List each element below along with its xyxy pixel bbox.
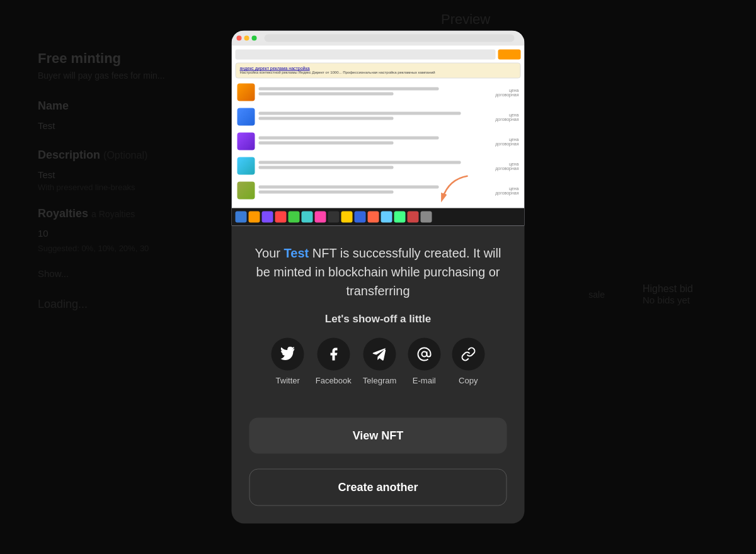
show-off-label: Let's show-off a little	[252, 313, 505, 325]
taskbar-icon-10	[355, 212, 366, 223]
result-row-1: ценадоговорная	[236, 81, 521, 103]
taskbar-icon-2	[249, 212, 260, 223]
svg-point-1	[421, 352, 427, 357]
result-row-5: ценадоговорная	[236, 179, 521, 201]
taskbar-icon-9	[341, 212, 353, 223]
facebook-icon	[326, 347, 341, 362]
view-nft-button[interactable]: View NFT	[249, 418, 507, 454]
copy-link-icon	[461, 347, 476, 362]
taskbar-icon-1	[236, 212, 247, 223]
browser-dot-red	[237, 36, 242, 41]
taskbar-icon-15	[421, 212, 432, 223]
result-row-2: ценадоговорная	[236, 106, 521, 127]
email-icon-circle	[408, 338, 440, 371]
share-buttons-row: Twitter Facebook Telegram	[252, 338, 505, 385]
taskbar-icon-7	[315, 212, 326, 223]
email-icon	[416, 347, 432, 362]
browser-bar	[232, 31, 525, 46]
telegram-share-button[interactable]: Telegram	[363, 338, 396, 385]
telegram-icon	[372, 347, 387, 362]
success-message: Your Test NFT is successfully created. I…	[252, 244, 505, 300]
email-share-button[interactable]: E-mail	[408, 338, 440, 385]
browser-dot-yellow	[244, 36, 249, 41]
browser-dot-green	[252, 36, 257, 41]
create-another-button[interactable]: Create another	[249, 469, 507, 506]
taskbar-icon-5	[289, 212, 300, 223]
facebook-icon-circle	[317, 338, 350, 371]
taskbar-icon-3	[262, 212, 273, 223]
email-label: E-mail	[413, 376, 436, 385]
modal-body: Your Test NFT is successfully created. I…	[232, 226, 525, 418]
result-row-3: ценадоговорная	[236, 130, 521, 152]
twitter-icon	[280, 347, 295, 362]
taskbar-icon-14	[408, 212, 419, 223]
taskbar-icon-6	[302, 212, 313, 223]
taskbar-icon-13	[394, 212, 406, 223]
ad-block: яндекс директ реклама настройка Настройк…	[236, 63, 521, 79]
success-modal: яндекс директ реклама настройка Настройк…	[232, 31, 525, 524]
copy-icon-circle	[452, 338, 484, 371]
taskbar	[232, 208, 525, 226]
arrow-annotation	[437, 173, 474, 207]
browser-screenshot: яндекс директ реклама настройка Настройк…	[232, 31, 525, 226]
facebook-share-button[interactable]: Facebook	[316, 338, 352, 385]
arrow-svg	[437, 173, 474, 205]
modal-buttons: View NFT Create another	[232, 418, 525, 524]
result-avatar-4	[238, 157, 255, 174]
result-avatar-1	[238, 83, 255, 101]
telegram-label: Telegram	[363, 376, 396, 385]
twitter-icon-circle	[272, 338, 304, 371]
result-avatar-5	[238, 181, 255, 199]
taskbar-icon-11	[368, 212, 379, 223]
copy-share-button[interactable]: Copy	[452, 338, 484, 385]
twitter-share-button[interactable]: Twitter	[272, 338, 304, 385]
taskbar-icon-4	[275, 212, 287, 223]
telegram-icon-circle	[364, 338, 396, 371]
browser-content: яндекс директ реклама настройка Настройк…	[232, 46, 525, 226]
result-row-4: ценадоговорная	[236, 155, 521, 176]
browser-address-bar	[265, 35, 515, 42]
taskbar-icon-8	[328, 212, 340, 223]
nft-image: яндекс директ реклама настройка Настройк…	[232, 31, 525, 226]
facebook-label: Facebook	[316, 376, 352, 385]
copy-label: Copy	[459, 376, 478, 385]
result-avatar-3	[238, 132, 255, 150]
taskbar-icon-12	[381, 212, 392, 223]
twitter-label: Twitter	[276, 376, 300, 385]
result-avatar-2	[238, 108, 255, 125]
